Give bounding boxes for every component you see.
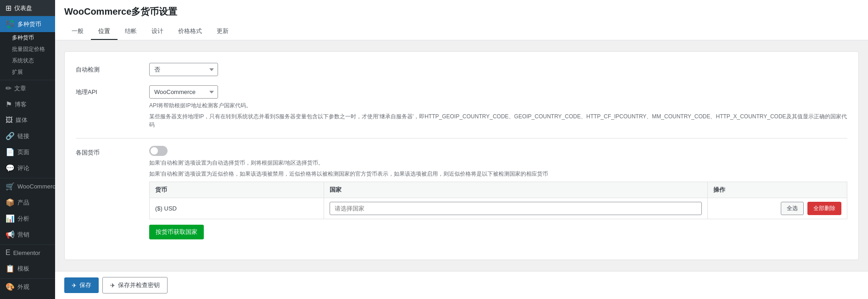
comments-icon: 💬 [6, 164, 15, 172]
toggle-slider [149, 146, 168, 156]
articles-icon: ✏ [6, 84, 11, 93]
sidebar-sub-system-status[interactable]: 系统状态 [0, 55, 55, 66]
content-area: 自动检测 否 是 地理API WooCommerce MaxMind 自定义 [55, 40, 868, 271]
media-icon: 🖼 [6, 116, 13, 124]
col-ops: 操作 [708, 182, 847, 198]
sidebar-sub-batch-price[interactable]: 批量固定价格 [0, 44, 55, 55]
geo-api-select[interactable]: WooCommerce MaxMind 自定义 [149, 85, 218, 99]
col-country: 国家 [324, 182, 708, 198]
sidebar-item-elementor[interactable]: E Elementor [0, 245, 55, 260]
woocommerce-icon: 🛒 [6, 182, 15, 191]
tab-checkout[interactable]: 结帐 [118, 23, 144, 40]
tab-update[interactable]: 更新 [209, 23, 236, 40]
currency-table: 货币 国家 操作 ($) USD [149, 182, 847, 219]
save-button[interactable]: ✈ 保存 [64, 277, 99, 293]
sidebar-item-appearance[interactable]: 🎨 外观 [0, 279, 55, 295]
geo-api-desc1: API将帮助根据IP地址检测客户国家代码。 [149, 101, 847, 110]
save-check-label: 保存并检查密钥 [118, 281, 160, 289]
sidebar-item-label: 文章 [14, 84, 26, 93]
geo-api-control: WooCommerce MaxMind 自定义 API将帮助根据IP地址检测客户… [149, 85, 847, 129]
sidebar-item-label: 媒体 [16, 116, 28, 124]
sidebar-item-label: 多种货币 [17, 20, 41, 28]
sidebar-item-label: 评论 [17, 164, 29, 172]
sidebar-item-comments[interactable]: 💬 评论 [0, 160, 55, 176]
products-icon: 📦 [6, 198, 15, 207]
marketing-icon: 📢 [6, 230, 15, 239]
sidebar-item-label: 分析 [17, 215, 29, 223]
templates-icon: 📋 [6, 264, 15, 273]
multicurrency-icon: 💱 [6, 20, 15, 28]
footer-bar: ✈ 保存 ✈ 保存并检查密钥 [55, 271, 868, 299]
auto-detect-row: 自动检测 否 是 [76, 63, 847, 76]
geo-api-desc2: 某些服务器支持地理IP，只有在转到系统状态并看到S服务器变量包含以下参数之一时，… [149, 112, 847, 129]
sidebar-sub-extensions[interactable]: 扩展 [0, 66, 55, 78]
sidebar-item-articles[interactable]: ✏ 文章 [0, 80, 55, 96]
main-content: WooCommerce多货币设置 一般 位置 结帐 设计 价格格式 更新 自动检… [55, 0, 868, 299]
per-country-label: 各国货币 [76, 146, 140, 157]
sidebar-item-blog[interactable]: ⚑ 博客 [0, 96, 55, 112]
toggle-container [149, 146, 847, 156]
tab-design[interactable]: 设计 [144, 23, 171, 40]
ops-cell: 全选 全部删除 [708, 198, 847, 219]
sidebar-item-multicurrency[interactable]: 💱 多种货币 [0, 16, 55, 32]
country-input[interactable] [330, 202, 702, 215]
pages-icon: 📄 [6, 148, 15, 156]
geo-api-row: 地理API WooCommerce MaxMind 自定义 API将帮助根据IP… [76, 85, 847, 129]
sidebar-item-label: 外观 [17, 283, 29, 291]
sidebar-item-label: 页面 [17, 148, 29, 156]
page-header: WooCommerce多货币设置 一般 位置 结帐 设计 价格格式 更新 [55, 0, 868, 40]
tab-price-format[interactable]: 价格格式 [171, 23, 209, 40]
sidebar-sub-multicurrency[interactable]: 多种货币 [0, 32, 55, 44]
sidebar-item-label: Elementor [13, 249, 40, 256]
sidebar-item-label: WooCommerce [17, 183, 55, 190]
per-country-toggle[interactable] [149, 146, 168, 156]
tab-general[interactable]: 一般 [64, 23, 91, 40]
auto-detect-select[interactable]: 否 是 [149, 63, 218, 76]
sidebar-item-label: 链接 [17, 132, 29, 140]
per-country-desc1: 如果'自动检测'选项设置为自动选择货币，则将根据国家/地区选择货币。 [149, 159, 847, 167]
geo-api-label: 地理API [76, 85, 140, 96]
analytics-icon: 📊 [6, 214, 15, 223]
page-title: WooCommerce多货币设置 [64, 6, 859, 18]
per-country-row: 各国货币 如果'自动检测'选项设置为自动选择货币，则将根据国家/地区选择货币。 … [76, 146, 847, 239]
elementor-icon: E [6, 249, 11, 257]
auto-detect-label: 自动检测 [76, 63, 140, 74]
sidebar-item-label: 仪表盘 [14, 4, 32, 12]
save-check-button[interactable]: ✈ 保存并检查密钥 [102, 277, 168, 293]
settings-card: 自动检测 否 是 地理API WooCommerce MaxMind 自定义 [64, 51, 859, 260]
sidebar-item-pages[interactable]: 📄 页面 [0, 144, 55, 160]
save-label: 保存 [79, 281, 91, 289]
sidebar-item-products[interactable]: 📦 产品 [0, 194, 55, 210]
sidebar: ⊞ 仪表盘 💱 多种货币 多种货币 批量固定价格 系统状态 扩展 ✏ 文章 ⚑ … [0, 0, 55, 299]
sidebar-item-media[interactable]: 🖼 媒体 [0, 112, 55, 128]
table-row: ($) USD 全选 全部删除 [150, 198, 847, 219]
col-currency: 货币 [150, 182, 324, 198]
sidebar-item-dashboard[interactable]: ⊞ 仪表盘 [0, 0, 55, 16]
tabs-bar: 一般 位置 结帐 设计 价格格式 更新 [64, 23, 859, 40]
per-country-desc2: 如果'自动检测'选项设置为近似价格，如果该选项被禁用，近似价格将以被检测国家的官… [149, 170, 847, 178]
select-all-button[interactable]: 全选 [781, 202, 804, 215]
country-cell [324, 198, 708, 219]
telegram-icon: ✈ [72, 282, 77, 289]
auto-detect-control: 否 是 [149, 63, 847, 76]
sidebar-item-analytics[interactable]: 📊 分析 [0, 210, 55, 227]
send-icon: ✈ [110, 282, 115, 289]
blog-icon: ⚑ [6, 100, 12, 109]
sidebar-item-plugins[interactable]: 🔌 插件 1 [0, 295, 55, 299]
ops-buttons: 全选 全部删除 [713, 202, 841, 215]
sidebar-item-templates[interactable]: 📋 模板 [0, 260, 55, 277]
currency-cell: ($) USD [150, 198, 324, 219]
sidebar-item-label: 营销 [17, 231, 29, 239]
sidebar-item-label: 博客 [15, 100, 27, 109]
delete-all-button[interactable]: 全部删除 [807, 202, 841, 215]
sidebar-item-marketing[interactable]: 📢 营销 [0, 227, 55, 243]
sidebar-item-links[interactable]: 🔗 链接 [0, 128, 55, 144]
sidebar-item-woocommerce[interactable]: 🛒 WooCommerce [0, 178, 55, 194]
dashboard-icon: ⊞ [6, 4, 11, 12]
links-icon: 🔗 [6, 132, 15, 140]
per-country-control: 如果'自动检测'选项设置为自动选择货币，则将根据国家/地区选择货币。 如果'自动… [149, 146, 847, 239]
sidebar-item-label: 产品 [17, 199, 29, 207]
appearance-icon: 🎨 [6, 282, 15, 291]
get-country-button[interactable]: 按货币获取国家 [149, 225, 204, 239]
tab-location[interactable]: 位置 [91, 23, 118, 40]
